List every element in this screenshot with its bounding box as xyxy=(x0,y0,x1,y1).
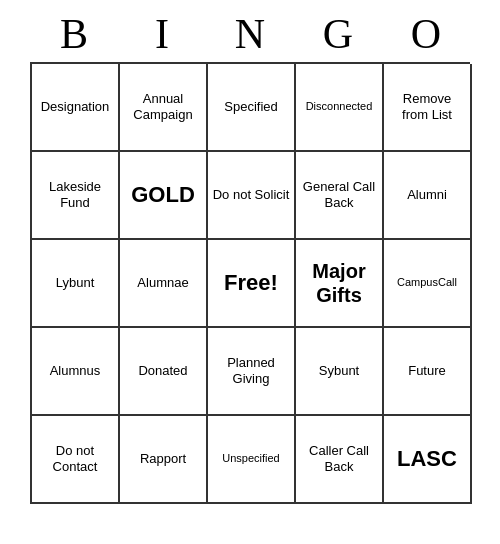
cell-r3-c2: Planned Giving xyxy=(208,328,296,416)
cell-r3-c0: Alumnus xyxy=(32,328,120,416)
cell-r1-c3: General Call Back xyxy=(296,152,384,240)
cell-r0-c0: Designation xyxy=(32,64,120,152)
cell-r1-c4: Alumni xyxy=(384,152,472,240)
cell-r2-c0: Lybunt xyxy=(32,240,120,328)
cell-r3-c1: Donated xyxy=(120,328,208,416)
bingo-letter: G xyxy=(294,10,382,58)
cell-r2-c2: Free! xyxy=(208,240,296,328)
cell-r3-c4: Future xyxy=(384,328,472,416)
bingo-letter: O xyxy=(382,10,470,58)
cell-r4-c1: Rapport xyxy=(120,416,208,504)
cell-r1-c1: GOLD xyxy=(120,152,208,240)
cell-r0-c4: Remove from List xyxy=(384,64,472,152)
bingo-letter: N xyxy=(206,10,294,58)
cell-r4-c4: LASC xyxy=(384,416,472,504)
cell-r4-c2: Unspecified xyxy=(208,416,296,504)
cell-r2-c4: CampusCall xyxy=(384,240,472,328)
bingo-letter: B xyxy=(30,10,118,58)
bingo-title: BINGO xyxy=(30,10,470,58)
cell-r2-c1: Alumnae xyxy=(120,240,208,328)
cell-r3-c3: Sybunt xyxy=(296,328,384,416)
cell-r0-c3: Disconnected xyxy=(296,64,384,152)
bingo-letter: I xyxy=(118,10,206,58)
cell-r4-c0: Do not Contact xyxy=(32,416,120,504)
bingo-grid: DesignationAnnual CampaignSpecifiedDisco… xyxy=(30,62,470,504)
cell-r1-c0: Lakeside Fund xyxy=(32,152,120,240)
cell-r1-c2: Do not Solicit xyxy=(208,152,296,240)
cell-r2-c3: Major Gifts xyxy=(296,240,384,328)
cell-r0-c1: Annual Campaign xyxy=(120,64,208,152)
cell-r4-c3: Caller Call Back xyxy=(296,416,384,504)
cell-r0-c2: Specified xyxy=(208,64,296,152)
